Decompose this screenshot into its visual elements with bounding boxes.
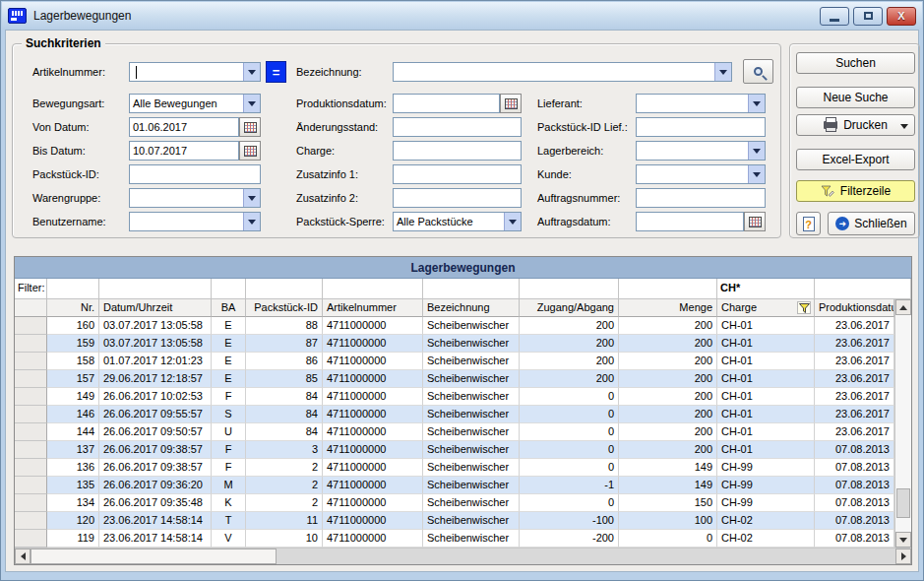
table-row[interactable]: 13726.06.2017 09:38:57F34711000000Scheib… bbox=[15, 441, 894, 459]
drucken-button[interactable]: Drucken bbox=[796, 114, 915, 136]
column-header-artikelnummer[interactable]: Artikelnummer bbox=[323, 299, 423, 317]
row-selector-cell[interactable] bbox=[15, 494, 47, 512]
table-row[interactable]: 12023.06.2017 14:58:14T114711000000Schei… bbox=[15, 512, 894, 530]
horizontal-scroll-thumb[interactable] bbox=[31, 549, 277, 564]
artikelnummer-combobox[interactable] bbox=[129, 62, 261, 82]
row-selector-cell[interactable] bbox=[15, 512, 47, 530]
charge-input[interactable] bbox=[393, 141, 522, 161]
table-row[interactable]: 15801.07.2017 12:01:23E864711000000Schei… bbox=[15, 353, 894, 370]
column-header-ba[interactable]: BA bbox=[212, 299, 246, 317]
close-button[interactable]: X bbox=[887, 7, 916, 26]
kunde-dropdown-icon[interactable] bbox=[748, 165, 765, 183]
filter-cell-produktionsdatum[interactable] bbox=[815, 279, 911, 299]
aenderungsstand-input[interactable] bbox=[393, 117, 522, 137]
table-row[interactable]: 13526.06.2017 09:36:20M24711000000Scheib… bbox=[15, 477, 894, 494]
row-selector-cell[interactable] bbox=[15, 388, 47, 406]
minimize-button[interactable] bbox=[820, 7, 849, 26]
von-datum-input[interactable] bbox=[129, 117, 239, 137]
equals-filter-button[interactable]: = bbox=[266, 61, 286, 83]
column-header-packstueck-id[interactable]: Packstück-ID bbox=[246, 299, 323, 317]
table-row[interactable]: 15903.07.2017 13:05:58E874711000000Schei… bbox=[15, 335, 894, 353]
suchen-button[interactable]: Suchen bbox=[796, 52, 915, 74]
zusatzinfo2-input[interactable] bbox=[393, 188, 522, 208]
table-row[interactable]: 14426.06.2017 09:50:57U844711000000Schei… bbox=[15, 423, 894, 441]
row-selector-cell[interactable] bbox=[15, 459, 47, 477]
artikelnummer-dropdown-icon[interactable] bbox=[243, 63, 260, 81]
scroll-down-button[interactable] bbox=[895, 532, 911, 548]
column-header-bezeichnung[interactable]: Bezeichnung bbox=[423, 299, 520, 317]
scroll-up-button[interactable] bbox=[895, 299, 911, 315]
filter-cell-nr[interactable] bbox=[47, 279, 99, 299]
vertical-scrollbar[interactable] bbox=[894, 299, 911, 548]
packstueck-id-input[interactable] bbox=[129, 164, 261, 184]
filter-cell-zugang-abgang[interactable] bbox=[520, 279, 619, 299]
packstueck-id-lief-input[interactable] bbox=[636, 117, 766, 137]
row-selector-cell[interactable] bbox=[15, 477, 47, 494]
filter-cell-packstueck-id[interactable] bbox=[246, 279, 323, 299]
row-selector-cell[interactable] bbox=[15, 370, 47, 388]
filter-cell-menge[interactable] bbox=[619, 279, 717, 299]
neue-suche-button[interactable]: Neue Suche bbox=[796, 87, 915, 108]
benutzername-combobox[interactable] bbox=[129, 212, 261, 231]
row-selector-cell[interactable] bbox=[15, 423, 47, 441]
row-selector-cell[interactable] bbox=[15, 335, 47, 353]
column-header-menge[interactable]: Menge bbox=[619, 299, 717, 317]
row-selector-cell[interactable] bbox=[15, 530, 47, 548]
charge-filter-funnel-icon[interactable] bbox=[797, 301, 811, 314]
zusatzinfo1-input[interactable] bbox=[393, 164, 522, 184]
row-selector-cell[interactable] bbox=[15, 441, 47, 459]
lagerbereich-combobox[interactable] bbox=[636, 141, 766, 161]
packstueck-sperre-combobox[interactable]: Alle Packstücke bbox=[393, 212, 522, 231]
bezeichnung-dropdown-icon[interactable] bbox=[714, 63, 731, 81]
table-row[interactable]: 13626.06.2017 09:38:57F24711000000Scheib… bbox=[15, 459, 894, 477]
lagerbereich-dropdown-icon[interactable] bbox=[748, 142, 765, 160]
von-datum-calendar-button[interactable] bbox=[239, 117, 261, 137]
warengruppe-combobox[interactable] bbox=[129, 188, 261, 208]
bis-datum-calendar-button[interactable] bbox=[239, 141, 261, 161]
help-button[interactable]: ? bbox=[796, 212, 821, 235]
vertical-scroll-thumb[interactable] bbox=[896, 488, 910, 518]
filter-cell-datum-uhrzeit[interactable] bbox=[99, 279, 212, 299]
benutzername-dropdown-icon[interactable] bbox=[243, 213, 260, 230]
table-row[interactable]: 14926.06.2017 10:02:53F844711000000Schei… bbox=[15, 388, 894, 406]
filter-cell-charge[interactable]: CH* bbox=[717, 279, 815, 299]
column-header-produktionsdatum[interactable]: Produktionsdatum bbox=[815, 299, 894, 317]
bezeichnung-lookup-button[interactable] bbox=[743, 59, 773, 84]
lieferant-combobox[interactable] bbox=[636, 94, 766, 113]
lieferant-dropdown-icon[interactable] bbox=[748, 95, 765, 112]
column-header-zugang-abgang[interactable]: Zugang/Abgang bbox=[520, 299, 619, 317]
row-selector-cell[interactable] bbox=[15, 317, 47, 335]
bis-datum-input[interactable] bbox=[129, 141, 239, 161]
column-header-nr[interactable]: Nr. bbox=[47, 299, 99, 317]
maximize-button[interactable] bbox=[853, 7, 883, 26]
filter-cell-bezeichnung[interactable] bbox=[423, 279, 520, 299]
filter-cell-artikelnummer[interactable] bbox=[323, 279, 423, 299]
column-header-datum-uhrzeit[interactable]: Datum/Uhrzeit bbox=[99, 299, 212, 317]
filter-cell-ba[interactable] bbox=[212, 279, 246, 299]
scroll-left-button[interactable] bbox=[15, 549, 31, 564]
produktionsdatum-input[interactable] bbox=[393, 94, 500, 113]
row-selector-cell[interactable] bbox=[15, 406, 47, 423]
bewegungsart-combobox[interactable]: Alle Bewegungen bbox=[129, 94, 261, 113]
bewegungsart-dropdown-icon[interactable] bbox=[243, 95, 260, 112]
table-row[interactable]: 11923.06.2017 14:58:14V104711000000Schei… bbox=[15, 530, 894, 548]
warengruppe-dropdown-icon[interactable] bbox=[243, 189, 260, 207]
table-row[interactable]: 13426.06.2017 09:35:48K24711000000Scheib… bbox=[15, 494, 894, 512]
table-row[interactable]: 16003.07.2017 13:05:58E884711000000Schei… bbox=[15, 317, 894, 335]
excel-export-button[interactable]: Excel-Export bbox=[796, 149, 915, 170]
auftragsnummer-input[interactable] bbox=[636, 188, 766, 208]
table-row[interactable]: 15729.06.2017 12:18:57E854711000000Schei… bbox=[15, 370, 894, 388]
horizontal-scrollbar[interactable] bbox=[15, 548, 911, 564]
kunde-combobox[interactable] bbox=[636, 164, 766, 184]
schliessen-button[interactable]: ➜ Schließen bbox=[828, 212, 915, 235]
packstueck-sperre-dropdown-icon[interactable] bbox=[504, 213, 521, 230]
drucken-dropdown-icon[interactable] bbox=[900, 124, 908, 129]
filterzeile-button[interactable]: Filterzeile bbox=[796, 180, 915, 202]
row-selector-cell[interactable] bbox=[15, 353, 47, 370]
auftragsdatum-input[interactable] bbox=[636, 212, 744, 231]
bezeichnung-combobox[interactable] bbox=[393, 62, 732, 82]
produktionsdatum-calendar-button[interactable] bbox=[500, 94, 522, 113]
auftragsdatum-calendar-button[interactable] bbox=[744, 212, 766, 231]
scroll-right-button[interactable] bbox=[895, 549, 911, 564]
table-row[interactable]: 14626.06.2017 09:55:57S844711000000Schei… bbox=[15, 406, 894, 423]
